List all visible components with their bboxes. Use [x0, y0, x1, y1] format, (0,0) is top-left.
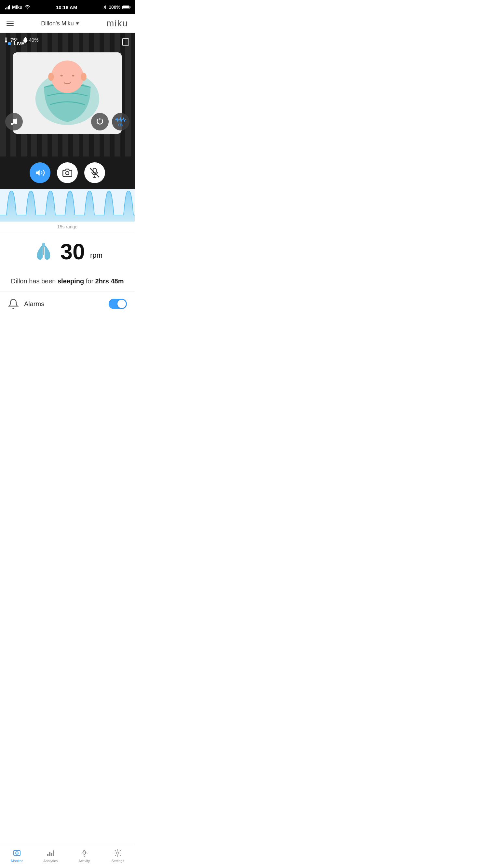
breathing-wave-svg: [0, 189, 135, 222]
status-bar: Miku 10:18 AM 100%: [0, 0, 135, 14]
live-indicator: LIVE: [8, 41, 24, 46]
waveform-button[interactable]: ON: [112, 113, 129, 130]
wifi-icon: [24, 5, 30, 9]
range-label: 15s range: [0, 222, 135, 232]
camera-icon: [62, 168, 72, 178]
status-right: 100%: [103, 5, 129, 10]
alarms-toggle[interactable]: [109, 299, 127, 309]
waveform-icon: [115, 117, 126, 123]
speaker-button[interactable]: [30, 162, 51, 183]
speaker-icon: [35, 168, 45, 178]
camera-overlay-buttons: ON: [5, 113, 129, 130]
svg-point-5: [72, 75, 74, 76]
status-time: 10:18 AM: [56, 5, 77, 10]
rpm-value: 30: [60, 241, 85, 262]
mute-mic-icon: [90, 168, 99, 178]
alarm-bell-icon: [8, 298, 19, 309]
svg-point-9: [11, 123, 13, 125]
humidity-display: 40%: [23, 37, 39, 42]
camera-button[interactable]: [57, 162, 78, 183]
signal-bars: [5, 5, 10, 9]
sleep-status: Dillon has been sleeping for 2hrs 48m: [0, 271, 135, 292]
alarms-left: Alarms: [8, 298, 44, 309]
main-controls: [0, 156, 135, 189]
live-dot: [8, 42, 11, 45]
live-label: LIVE: [14, 41, 24, 46]
svg-point-3: [51, 61, 84, 93]
battery-icon: [122, 5, 129, 9]
status-left: Miku: [5, 5, 30, 10]
device-selector[interactable]: Dillon's Miku: [41, 20, 79, 27]
svg-point-7: [81, 73, 87, 81]
sleep-status-word: sleeping: [58, 278, 84, 285]
sleep-duration: 2hrs 48m: [95, 278, 124, 285]
rpm-section: 30 rpm: [0, 232, 135, 271]
carrier-label: Miku: [12, 5, 23, 10]
rpm-unit: rpm: [90, 251, 102, 263]
power-icon: [96, 118, 104, 126]
svg-rect-8: [122, 39, 129, 45]
lungs-icon: [32, 240, 55, 263]
dropdown-arrow-icon: [76, 23, 79, 25]
power-button[interactable]: [91, 113, 109, 130]
right-overlay-buttons: ON: [91, 113, 129, 130]
bluetooth-icon: [103, 5, 107, 10]
svg-point-10: [15, 122, 17, 124]
live-row: LIVE 75° 40%: [4, 37, 131, 42]
waveform-on-label: ON: [118, 123, 123, 127]
device-name: Dillon's Miku: [41, 20, 73, 27]
fullscreen-button[interactable]: [120, 36, 131, 48]
toggle-knob: [117, 300, 126, 308]
music-button[interactable]: [5, 113, 23, 130]
svg-point-4: [61, 75, 63, 76]
alarms-row: Alarms: [0, 292, 135, 316]
camera-view: LIVE 75° 40%: [0, 33, 135, 156]
alarms-label: Alarms: [24, 300, 44, 308]
menu-button[interactable]: [6, 21, 14, 26]
music-icon: [10, 118, 18, 126]
app-logo: miku: [106, 18, 128, 29]
svg-point-12: [66, 172, 69, 175]
mute-mic-button[interactable]: [84, 162, 105, 183]
sleep-name-prefix: Dillon has been: [11, 278, 58, 285]
fullscreen-icon: [121, 37, 130, 46]
battery-percent: 100%: [109, 5, 120, 10]
humidity-value: 40%: [29, 37, 39, 42]
svg-point-6: [48, 73, 54, 81]
app-header: Dillon's Miku miku: [0, 14, 135, 33]
svg-rect-16: [42, 243, 45, 247]
breathing-wave: [0, 189, 135, 222]
svg-marker-11: [36, 170, 40, 176]
sleep-duration-prefix: for: [84, 278, 95, 285]
